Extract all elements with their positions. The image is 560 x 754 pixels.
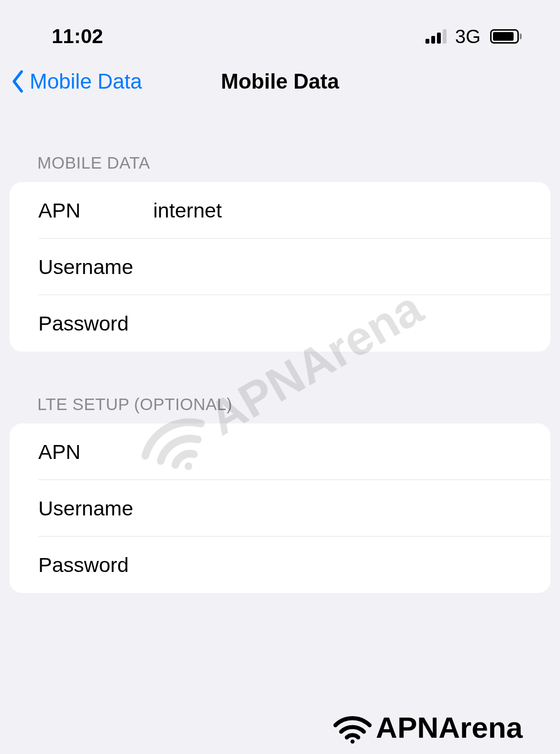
lte-username-input[interactable] [153,497,522,520]
back-button[interactable]: Mobile Data [11,69,142,93]
status-indicators: 3G [426,26,522,47]
password-input[interactable] [153,312,522,335]
svg-point-1 [351,739,355,743]
username-row[interactable]: Username [10,239,550,295]
status-bar: 11:02 3G [0,0,560,53]
lte-username-row[interactable]: Username [10,480,550,537]
username-label: Username [38,255,153,279]
battery-icon [490,29,522,44]
apn-label: APN [38,199,153,222]
lte-apn-row[interactable]: APN [10,423,550,480]
back-label: Mobile Data [30,69,142,93]
apn-input[interactable] [153,199,522,222]
wifi-icon [332,711,373,744]
section-header-mobile-data: MOBILE DATA [10,110,550,182]
watermark-bottom: APNArena [332,710,523,744]
lte-password-input[interactable] [153,553,522,577]
password-row[interactable]: Password [10,295,550,352]
section-header-lte-setup: LTE SETUP (OPTIONAL) [10,352,550,423]
lte-password-row[interactable]: Password [10,537,550,593]
apn-row[interactable]: APN [10,182,550,239]
lte-setup-group: APN Username Password [10,423,550,593]
network-label: 3G [455,26,481,47]
page-title: Mobile Data [221,69,339,93]
chevron-left-icon [11,69,24,93]
password-label: Password [38,312,153,335]
nav-bar: Mobile Data Mobile Data [0,53,560,110]
lte-username-label: Username [38,497,153,520]
lte-apn-label: APN [38,440,153,464]
mobile-data-group: APN Username Password [10,182,550,352]
lte-apn-input[interactable] [153,440,522,464]
username-input[interactable] [153,255,522,279]
lte-password-label: Password [38,553,153,577]
signal-icon [426,29,447,44]
status-time: 11:02 [52,25,103,48]
